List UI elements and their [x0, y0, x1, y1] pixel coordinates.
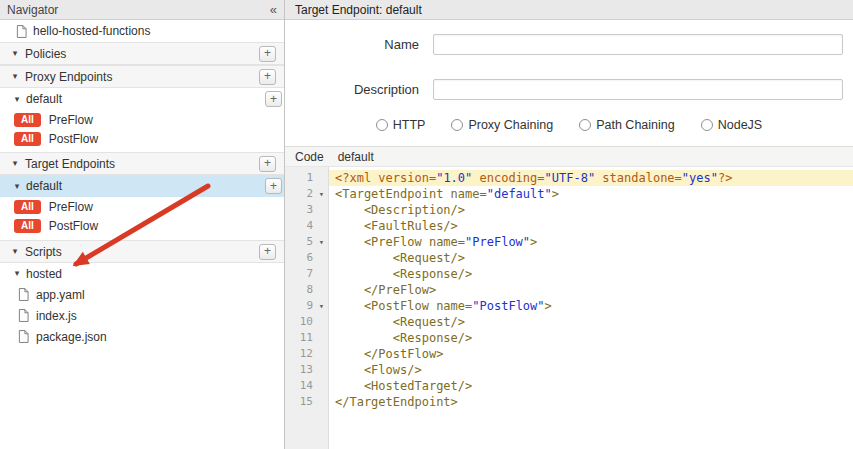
gutter-line-number: 6 — [285, 250, 328, 266]
navigator-collapse-button[interactable]: « — [270, 3, 277, 16]
navigator-header: Navigator « — [0, 0, 284, 20]
radio-circle-icon — [701, 119, 713, 131]
gutter-line-number: 3 — [285, 202, 328, 218]
code-lines[interactable]: <?xml version="1.0" encoding="UTF-8" sta… — [329, 167, 853, 449]
file-icon — [18, 288, 29, 301]
radio-option-http[interactable]: HTTP — [376, 118, 426, 132]
code-header: Code default — [285, 146, 853, 167]
radio-option-proxy-chaining[interactable]: Proxy Chaining — [451, 118, 553, 132]
flow-label: PreFlow — [49, 113, 93, 127]
description-label: Description — [293, 82, 433, 97]
fold-arrow-icon[interactable]: ▾ — [315, 298, 328, 314]
tree-item-hosted-folder[interactable]: ▾ hosted — [0, 263, 284, 284]
code-line[interactable]: <HostedTarget/> — [329, 378, 853, 394]
section-label-scripts: Scripts — [25, 245, 62, 259]
add-policy-button[interactable]: + — [259, 46, 276, 62]
main-header: Target Endpoint: default — [285, 0, 853, 20]
section-proxy-endpoints-header[interactable]: ▾ Proxy Endpoints + — [0, 65, 284, 88]
code-gutter: 12▾345▾6789▾101112131415 — [285, 167, 329, 449]
section-label-target-endpoints: Target Endpoints — [25, 157, 115, 171]
code-line[interactable]: <Request/> — [329, 314, 853, 330]
section-policies-header[interactable]: ▾ Policies + — [0, 42, 284, 65]
code-line[interactable]: <Response/> — [329, 330, 853, 346]
code-line[interactable]: <PostFlow name="PostFlow"> — [329, 298, 853, 314]
disclosure-triangle-icon: ▾ — [12, 95, 22, 104]
radio-option-nodejs[interactable]: NodeJS — [701, 118, 762, 132]
main-panel: Target Endpoint: default Name Descriptio… — [285, 0, 853, 449]
code-line[interactable]: <Response/> — [329, 266, 853, 282]
code-line[interactable]: </PostFlow> — [329, 346, 853, 362]
tab-code[interactable]: Code — [295, 150, 324, 164]
navigator-title: Navigator — [7, 3, 270, 17]
code-line[interactable]: <?xml version="1.0" encoding="UTF-8" sta… — [329, 170, 853, 186]
disclosure-triangle-icon: ▾ — [10, 49, 20, 58]
tree-item-proxy-preflow[interactable]: All PreFlow — [0, 110, 284, 129]
flow-condition-badge: All — [14, 219, 41, 233]
add-target-flow-button[interactable]: + — [265, 178, 282, 194]
flow-label: PostFlow — [49, 132, 98, 146]
code-line[interactable]: <TargetEndpoint name="default"> — [329, 186, 853, 202]
radio-label: HTTP — [393, 118, 426, 132]
section-target-endpoints-header[interactable]: ▾ Target Endpoints + — [0, 152, 284, 175]
tree-item-proxy-postflow[interactable]: All PostFlow — [0, 129, 284, 148]
tree-item-target-preflow[interactable]: All PreFlow — [0, 197, 284, 216]
radio-label: NodeJS — [718, 118, 762, 132]
tree-item-proxy-default[interactable]: ▾ default + — [0, 88, 284, 110]
gutter-line-number: 5▾ — [285, 234, 328, 250]
gutter-line-number: 4 — [285, 218, 328, 234]
add-script-button[interactable]: + — [259, 244, 276, 260]
add-proxy-endpoint-button[interactable]: + — [259, 69, 276, 85]
code-line[interactable]: <Flows/> — [329, 362, 853, 378]
flow-label: PreFlow — [49, 200, 93, 214]
radio-label: Proxy Chaining — [468, 118, 553, 132]
gutter-line-number: 7 — [285, 266, 328, 282]
name-field-row: Name — [293, 34, 845, 55]
tree-item-file-package-json[interactable]: package.json — [0, 326, 284, 347]
name-input[interactable] — [433, 34, 843, 55]
disclosure-triangle-icon: ▾ — [12, 182, 22, 191]
code-line[interactable]: <FaultRules/> — [329, 218, 853, 234]
gutter-line-number: 9▾ — [285, 298, 328, 314]
gutter-line-number: 12 — [285, 346, 328, 362]
code-line[interactable]: <Description/> — [329, 202, 853, 218]
tree-item-target-postflow[interactable]: All PostFlow — [0, 216, 284, 235]
tree-item-proxy-root[interactable]: hello-hosted-functions — [0, 20, 284, 42]
description-input[interactable] — [433, 79, 843, 100]
collapse-icon: « — [270, 2, 277, 17]
section-label-proxy-endpoints: Proxy Endpoints — [25, 70, 112, 84]
tree-item-target-default[interactable]: ▾ default + — [0, 175, 284, 197]
tree-item-file-app-yaml[interactable]: app.yaml — [0, 284, 284, 305]
code-line[interactable]: <PreFlow name="PreFlow"> — [329, 234, 853, 250]
plus-icon: + — [264, 46, 271, 60]
disclosure-triangle-icon: ▾ — [12, 269, 22, 278]
file-icon — [18, 309, 29, 322]
proxy-root-label: hello-hosted-functions — [33, 24, 150, 38]
add-proxy-flow-button[interactable]: + — [265, 91, 282, 107]
tree-item-file-index-js[interactable]: index.js — [0, 305, 284, 326]
fold-arrow-icon[interactable]: ▾ — [315, 186, 328, 202]
folder-label: hosted — [26, 267, 62, 281]
gutter-line-number: 1 — [285, 170, 328, 186]
proxy-endpoint-label: default — [26, 92, 62, 106]
plus-icon: + — [270, 92, 277, 106]
code-editor[interactable]: 12▾345▾6789▾101112131415 <?xml version="… — [285, 167, 853, 449]
file-label: app.yaml — [36, 288, 85, 302]
radio-option-path-chaining[interactable]: Path Chaining — [579, 118, 675, 132]
code-line[interactable]: </TargetEndpoint> — [329, 394, 853, 410]
code-line[interactable]: <Request/> — [329, 250, 853, 266]
code-file-label: default — [338, 150, 374, 164]
gutter-line-number: 10 — [285, 314, 328, 330]
page-title: Target Endpoint: default — [295, 3, 422, 17]
section-scripts-header[interactable]: ▾ Scripts + — [0, 240, 284, 263]
section-label-policies: Policies — [25, 47, 66, 61]
add-target-endpoint-button[interactable]: + — [259, 156, 276, 172]
radio-label: Path Chaining — [596, 118, 675, 132]
gutter-line-number: 11 — [285, 330, 328, 346]
code-line[interactable]: </PreFlow> — [329, 282, 853, 298]
flow-condition-badge: All — [14, 132, 41, 146]
description-field-row: Description — [293, 79, 845, 100]
plus-icon: + — [264, 156, 271, 170]
fold-arrow-icon[interactable]: ▾ — [315, 234, 328, 250]
plus-icon: + — [270, 179, 277, 193]
radio-circle-icon — [579, 119, 591, 131]
